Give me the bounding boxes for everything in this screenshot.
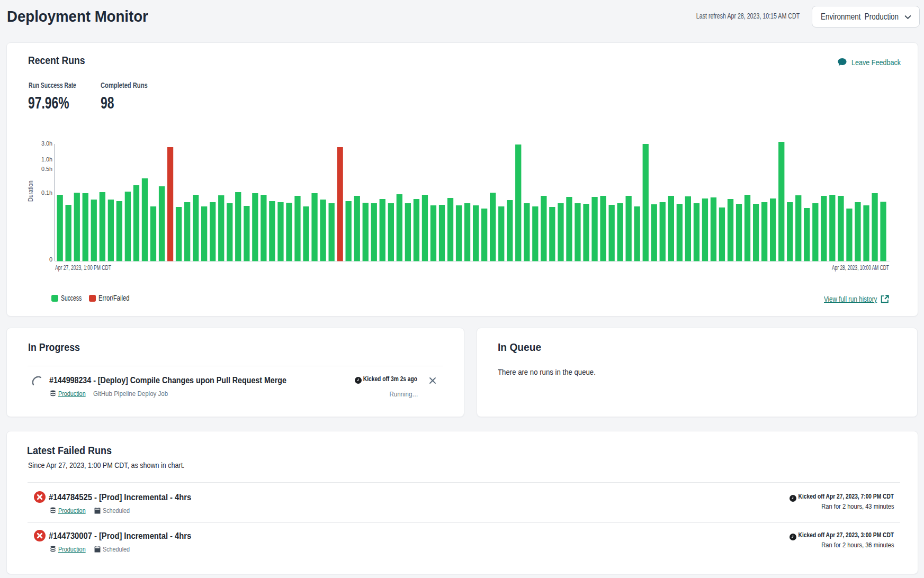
svg-text:Apr 27, 2023, 1:00 PM CDT: Apr 27, 2023, 1:00 PM CDT	[55, 264, 111, 272]
svg-text:0.1h: 0.1h	[41, 189, 52, 196]
svg-text:1.0h: 1.0h	[41, 156, 52, 162]
svg-text:3.0h: 3.0h	[41, 140, 52, 147]
svg-text:Duration: Duration	[27, 180, 34, 202]
svg-text:0: 0	[49, 256, 52, 263]
svg-text:0.5h: 0.5h	[41, 166, 52, 172]
svg-text:Apr 28, 2023, 10:00 AM CDT: Apr 28, 2023, 10:00 AM CDT	[832, 264, 889, 272]
